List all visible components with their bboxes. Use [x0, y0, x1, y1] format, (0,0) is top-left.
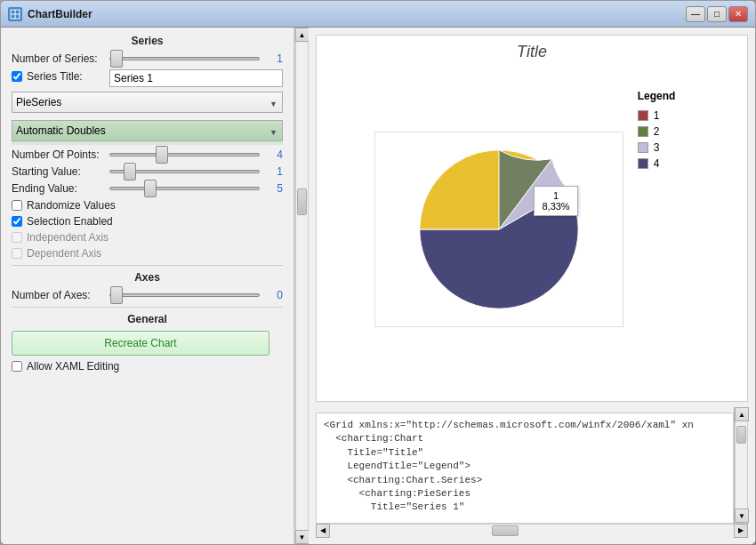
tooltip-percent: 8,33% [542, 201, 569, 212]
main-window: ChartBuilder — □ ✕ Series Number of Seri… [0, 0, 756, 545]
minimize-button[interactable]: — [686, 6, 705, 22]
legend-title: Legend [638, 90, 676, 102]
axes-section-header: Axes [12, 271, 283, 284]
legend-item-1: 1 [638, 109, 676, 122]
series-title-label: Series Title: [27, 70, 83, 83]
randomize-label: Randomize Values [27, 199, 116, 212]
pie-container: 1 8,33% [374, 132, 623, 327]
xml-line-5: <charting:Chart.Series> [324, 474, 726, 487]
legend-color-2 [638, 126, 648, 137]
xml-content-area[interactable]: <Grid xmlns:x="http://schemas.microsoft.… [316, 413, 734, 528]
xml-section: <Grid xmlns:x="http://schemas.microsoft.… [316, 407, 748, 523]
selection-enabled-label: Selection Enabled [27, 215, 113, 228]
xml-hscroll-thumb[interactable] [492, 525, 519, 536]
ending-value-slider-container: 5 [109, 182, 283, 195]
chart-tooltip: 1 8,33% [534, 186, 577, 216]
left-scroll-area[interactable]: Series Number of Series: 1 Series Title:… [1, 28, 294, 544]
number-of-series-slider[interactable] [109, 57, 260, 60]
number-of-axes-slider-container: 0 [109, 289, 283, 301]
app-icon [8, 7, 22, 21]
legend-label-2: 2 [654, 125, 660, 138]
data-type-dropdown[interactable]: Automatic Doubles [12, 120, 283, 141]
series-title-input[interactable]: Series 1 [109, 69, 283, 87]
maximize-button[interactable]: □ [707, 6, 727, 22]
main-content: Series Number of Series: 1 Series Title:… [1, 28, 755, 544]
starting-value-row: Starting Value: 1 [12, 165, 283, 178]
divider-2 [12, 307, 283, 308]
number-of-points-row: Number Of Points: 4 [12, 148, 283, 161]
ending-value-slider[interactable] [109, 187, 260, 190]
xml-hscrollbar[interactable]: ◀ ▶ [316, 523, 748, 537]
xml-scroll-up[interactable]: ▲ [735, 407, 749, 421]
dependent-axis-label: Dependent Axis [27, 247, 101, 260]
randomize-checkbox[interactable] [12, 200, 22, 211]
legend-color-1 [638, 110, 648, 121]
recreate-chart-button[interactable]: Recreate Chart [12, 331, 269, 356]
xml-scroll-track[interactable] [735, 421, 748, 509]
scroll-up-arrow[interactable]: ▲ [295, 28, 310, 42]
xml-hscroll-right[interactable]: ▶ [734, 524, 748, 538]
legend-label-3: 3 [654, 141, 660, 154]
selection-enabled-row: Selection Enabled [12, 215, 283, 228]
divider-1 [12, 265, 283, 266]
starting-value-slider[interactable] [109, 170, 260, 173]
ending-value-row: Ending Value: 5 [12, 182, 283, 195]
xml-scrollbar[interactable]: ▲ ▼ [734, 407, 748, 523]
randomize-row: Randomize Values [12, 199, 283, 212]
right-panel: Title [309, 28, 755, 544]
number-of-axes-value: 0 [265, 289, 283, 301]
allow-xaml-label: Allow XAML Editing [27, 360, 119, 373]
xml-scroll-thumb[interactable] [736, 426, 746, 444]
chart-area: Title [316, 35, 748, 402]
starting-value-slider-container: 1 [109, 165, 283, 178]
number-of-axes-label: Number of Axes: [12, 289, 109, 301]
number-of-series-row: Number of Series: 1 [12, 52, 283, 65]
series-title-checkbox[interactable] [12, 71, 22, 82]
number-of-points-slider-container: 4 [109, 148, 283, 161]
xml-hscroll-left[interactable]: ◀ [316, 524, 330, 538]
number-of-axes-slider[interactable] [109, 293, 260, 297]
number-of-series-slider-container: 1 [109, 52, 283, 65]
series-title-row: Series Title: Series 1 [12, 69, 283, 87]
xml-hscroll-track[interactable] [330, 524, 734, 537]
starting-value-value: 1 [265, 165, 283, 178]
legend-item-3: 3 [638, 141, 676, 154]
ending-value-value: 5 [265, 182, 283, 195]
allow-xaml-row: Allow XAML Editing [12, 360, 283, 373]
ending-value-label: Ending Value: [12, 182, 109, 195]
number-of-points-value: 4 [265, 148, 283, 161]
tooltip-value: 1 [542, 190, 569, 201]
dependent-axis-row: Dependent Axis [12, 247, 283, 260]
number-of-series-value: 1 [265, 52, 283, 65]
allow-xaml-checkbox[interactable] [12, 361, 22, 372]
xml-line-7: Title="Series 1" [324, 501, 726, 514]
pie-chart-svg [375, 132, 623, 326]
general-section-header: General [12, 313, 283, 325]
legend-item-4: 4 [638, 157, 676, 170]
independent-axis-checkbox[interactable] [12, 232, 22, 243]
dependent-axis-checkbox[interactable] [12, 248, 22, 259]
scroll-track[interactable] [295, 42, 309, 530]
number-of-points-label: Number Of Points: [12, 148, 109, 161]
legend-panel: Legend 1 2 3 [623, 83, 690, 177]
series-type-dropdown-wrapper: PieSeries [12, 92, 283, 116]
selection-enabled-checkbox[interactable] [12, 216, 22, 227]
legend-label-4: 4 [654, 157, 660, 170]
chart-title: Title [317, 36, 747, 65]
close-button[interactable]: ✕ [728, 6, 748, 22]
series-section-header: Series [12, 35, 283, 47]
scroll-down-arrow[interactable]: ▼ [295, 530, 310, 544]
data-type-dropdown-wrapper: Automatic Doubles [12, 120, 283, 145]
title-bar: ChartBuilder — □ ✕ [1, 1, 755, 28]
independent-axis-label: Independent Axis [27, 231, 109, 244]
window-title: ChartBuilder [28, 8, 686, 20]
left-scrollbar[interactable]: ▲ ▼ [294, 28, 309, 544]
xml-line-6: <charting:PieSeries [324, 487, 726, 501]
series-type-dropdown[interactable]: PieSeries [12, 92, 283, 113]
legend-item-2: 2 [638, 125, 676, 138]
scroll-thumb[interactable] [297, 188, 307, 215]
xml-scroll-down[interactable]: ▼ [735, 509, 749, 523]
number-of-points-slider[interactable] [109, 153, 260, 156]
xml-line-3: Title="Title" [324, 446, 726, 460]
series-title-checkbox-row: Series Title: [12, 70, 109, 83]
